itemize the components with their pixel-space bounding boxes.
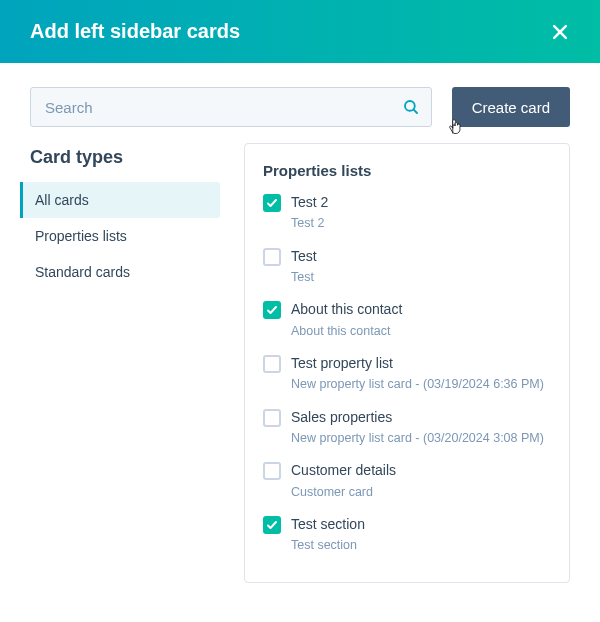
toolbar: Create card [0,63,600,143]
card-subtitle: New property list card - (03/19/2024 6:3… [291,376,551,394]
card-text: Customer detailsCustomer card [291,461,551,501]
card-text: Sales propertiesNew property list card -… [291,408,551,448]
card-subtitle: Test 2 [291,215,551,233]
card-subtitle: Test section [291,537,551,555]
card-title: Test section [291,515,551,533]
card-checkbox[interactable] [263,516,281,534]
card-row: About this contactAbout this contact [263,300,551,340]
sidebar-heading: Card types [20,143,220,182]
card-checkbox[interactable] [263,248,281,266]
card-text: Test sectionTest section [291,515,551,555]
card-title: Test property list [291,354,551,372]
cards-panel: Properties lists Test 2Test 2TestTestAbo… [244,143,570,583]
card-title: Test [291,247,551,265]
card-subtitle: New property list card - (03/20/2024 3:0… [291,430,551,448]
panel-heading: Properties lists [263,162,551,179]
card-checkbox[interactable] [263,409,281,427]
sidebar-item-properties-lists[interactable]: Properties lists [20,218,220,254]
card-title: Test 2 [291,193,551,211]
card-subtitle: About this contact [291,323,551,341]
search-icon [402,98,420,116]
card-title: About this contact [291,300,551,318]
card-text: TestTest [291,247,551,287]
card-title: Sales properties [291,408,551,426]
card-text: Test property listNew property list card… [291,354,551,394]
card-checkbox[interactable] [263,355,281,373]
card-row: Customer detailsCustomer card [263,461,551,501]
card-checkbox[interactable] [263,462,281,480]
card-row: Test property listNew property list card… [263,354,551,394]
card-text: Test 2Test 2 [291,193,551,233]
card-title: Customer details [291,461,551,479]
card-row: Test 2Test 2 [263,193,551,233]
card-row: TestTest [263,247,551,287]
sidebar-item-all-cards[interactable]: All cards [20,182,220,218]
modal-title: Add left sidebar cards [30,20,240,43]
card-checkbox[interactable] [263,301,281,319]
search-field [30,87,432,127]
close-icon[interactable] [550,22,570,42]
sidebar: Card types All cardsProperties listsStan… [20,143,220,583]
card-checkbox[interactable] [263,194,281,212]
card-text: About this contactAbout this contact [291,300,551,340]
sidebar-item-standard-cards[interactable]: Standard cards [20,254,220,290]
modal-header: Add left sidebar cards [0,0,600,63]
card-row: Sales propertiesNew property list card -… [263,408,551,448]
card-subtitle: Customer card [291,484,551,502]
card-subtitle: Test [291,269,551,287]
svg-line-3 [413,109,417,113]
search-input[interactable] [30,87,432,127]
create-card-button[interactable]: Create card [452,87,570,127]
card-row: Test sectionTest section [263,515,551,555]
